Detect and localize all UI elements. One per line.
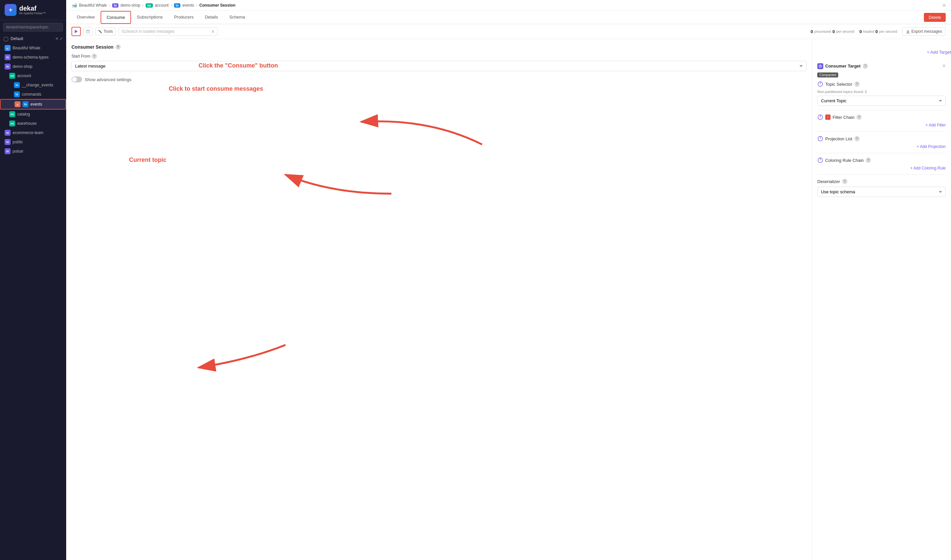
export-label: Export messages <box>911 29 942 34</box>
trash-button[interactable] <box>83 27 93 36</box>
tab-schema[interactable]: Schema <box>224 11 251 23</box>
tab-consume[interactable]: Consume <box>101 11 131 24</box>
sidebar-item-label: warehouse <box>17 121 37 126</box>
play-button[interactable] <box>71 27 81 36</box>
tab-overview[interactable]: Overview <box>71 11 100 23</box>
sidebar-item-public[interactable]: te public <box>0 137 66 147</box>
sidebar-item-label: public <box>12 140 23 144</box>
tab-producers[interactable]: Producers <box>169 11 199 23</box>
divider-4 <box>817 174 946 175</box>
to-icon-1: to <box>14 91 20 97</box>
workspace-actions[interactable]: ✕ ⤢ <box>55 36 63 41</box>
toggle-knob <box>72 77 77 82</box>
sidebar-search-input[interactable] <box>3 23 63 31</box>
breadcrumb-demo-shop[interactable]: demo-shop <box>120 3 140 8</box>
filter-chain-help-icon[interactable]: ? <box>856 114 862 120</box>
content-wrapper: Consumer Session ? Start From ? Latest m… <box>66 39 951 560</box>
consumer-target-header: Consumer Target ? × <box>817 63 946 69</box>
projection-list-label: Projection List <box>825 136 853 142</box>
add-coloring-rule-button[interactable]: + Add Coloring Rule <box>817 166 946 171</box>
sidebar-item-beautiful-whale[interactable]: 🐋 Beautiful Whale <box>0 43 66 52</box>
workspace-name: Default <box>11 36 23 41</box>
loaded-count: 0 <box>859 29 862 34</box>
sidebar-item-pulsar[interactable]: te pulsar <box>0 147 66 156</box>
workspace-row[interactable]: ◯ Default ✕ ⤢ <box>0 34 66 43</box>
te-icon-3: te <box>5 139 11 145</box>
breadcrumb-events[interactable]: events <box>182 3 194 8</box>
topic-selector-icon <box>817 81 823 87</box>
sidebar-item-label: __change_events <box>22 83 53 88</box>
sidebar-item-label: commands <box>22 92 42 97</box>
topic-selector-section: Topic Selector ? <box>817 81 946 87</box>
toolbar: Tools ✕ 0 processed 0 per second 0 loade… <box>66 24 951 39</box>
copy-icon[interactable]: ⧉ <box>943 3 946 8</box>
sidebar-item-events[interactable]: p to events <box>0 99 66 109</box>
svg-point-5 <box>100 31 101 32</box>
sidebar: + dekaf for Apache Pulsar™ ◯ Default ✕ ⤢… <box>0 0 66 560</box>
sidebar-item-ecommerce-team[interactable]: te ecommerce-team <box>0 128 66 137</box>
start-from-select[interactable]: Latest message Earliest message Custom p… <box>71 61 806 71</box>
add-filter-button[interactable]: + Add Filter <box>817 123 946 128</box>
breadcrumb-beautiful-whale[interactable]: Beautiful Whale <box>79 3 107 8</box>
search-icon <box>122 29 125 34</box>
te-icon-0: te <box>5 54 11 60</box>
tab-subscriptions[interactable]: Subscriptions <box>132 11 168 23</box>
te-icon-4: te <box>5 148 11 154</box>
logo-sub: for Apache Pulsar™ <box>19 12 46 15</box>
consumer-target-title: Consumer Target <box>825 63 861 69</box>
advanced-settings-row: Show advanced settings <box>71 77 806 82</box>
search-messages-input[interactable] <box>125 29 211 34</box>
sidebar-item-label: catalog <box>17 112 30 117</box>
divider-1 <box>817 110 946 110</box>
deserializer-section: Deserializer ? <box>817 179 946 184</box>
consumer-target-icon <box>817 63 823 69</box>
consumer-session-title: Consumer Session ? <box>71 45 806 50</box>
sidebar-item-label: ecommerce-team <box>12 131 43 135</box>
coloring-rule-chain-icon <box>817 157 823 163</box>
search-loaded-area: ✕ <box>118 28 218 36</box>
te-icon-1: te <box>5 63 11 69</box>
delete-button[interactable]: Delete <box>924 13 946 22</box>
topic-selector-help-icon[interactable]: ? <box>854 82 860 87</box>
start-from-help-icon[interactable]: ? <box>92 54 97 59</box>
sidebar-item-demo-schema-types[interactable]: te demo-schema-types <box>0 52 66 62</box>
search-clear-button[interactable]: ✕ <box>211 29 215 34</box>
coloring-rule-chain-label: Coloring Rule Chain <box>825 158 864 163</box>
p-icon: p <box>15 101 20 107</box>
right-panel-close-button[interactable]: × <box>942 63 946 69</box>
divider-3 <box>817 153 946 153</box>
advanced-settings-toggle[interactable] <box>71 77 82 82</box>
tools-button[interactable]: Tools <box>95 28 116 35</box>
coloring-rule-chain-help-icon[interactable]: ? <box>866 157 871 163</box>
sidebar-item-account[interactable]: ns account <box>0 71 66 80</box>
sidebar-item-warehouse[interactable]: ns warehouse <box>0 119 66 128</box>
loaded-per-second-count: 0 <box>876 29 878 34</box>
consumer-session-help-icon[interactable]: ? <box>115 45 121 50</box>
tab-details[interactable]: Details <box>200 11 223 23</box>
right-panel-header: + Add Target <box>817 45 951 60</box>
add-target-button[interactable]: + Add Target <box>927 50 951 55</box>
deserializer-help-icon[interactable]: ? <box>842 179 848 184</box>
topic-selector-select[interactable]: Current Topic All Topics Custom <box>817 95 946 106</box>
projection-list-help-icon[interactable]: ? <box>854 136 860 142</box>
sidebar-item-catalog[interactable]: ns catalog <box>0 109 66 119</box>
svg-point-6 <box>122 30 125 32</box>
projection-list-section: Projection List ? <box>817 136 946 142</box>
right-panel: + Add Target Consumer Target ? × Compact… <box>812 39 951 560</box>
whale-breadcrumb-icon: 🐋 <box>71 3 77 8</box>
to-icon-2: to <box>23 101 28 107</box>
filter-chain-warning: ! <box>825 114 831 120</box>
sidebar-item-change-events[interactable]: to __change_events <box>0 80 66 90</box>
filter-chain-icon <box>817 114 823 120</box>
export-button[interactable]: Export messages <box>902 27 946 36</box>
add-projection-button[interactable]: + Add Projection <box>817 144 946 149</box>
consumer-target-help-icon[interactable]: ? <box>863 63 868 69</box>
start-from-label: Start From ? <box>71 54 806 59</box>
play-icon <box>74 29 78 34</box>
deserializer-select[interactable]: Use topic schema JSON String Avro <box>817 187 946 197</box>
sidebar-item-commands[interactable]: to commands <box>0 90 66 99</box>
compacted-badge: Compacted <box>817 72 838 77</box>
filter-chain-section: ! Filter Chain ? <box>817 114 946 120</box>
breadcrumb-account[interactable]: account <box>155 3 169 8</box>
sidebar-item-demo-shop[interactable]: te demo-shop <box>0 62 66 71</box>
